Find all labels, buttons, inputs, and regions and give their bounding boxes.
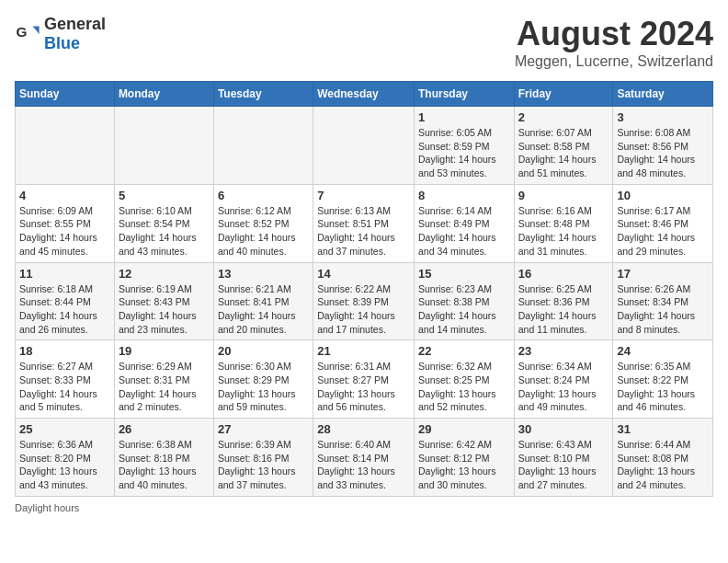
- calendar-cell: 18Sunrise: 6:27 AM Sunset: 8:33 PM Dayli…: [16, 340, 115, 419]
- day-info: Sunrise: 6:27 AM Sunset: 8:33 PM Dayligh…: [19, 360, 110, 414]
- calendar-cell: 26Sunrise: 6:38 AM Sunset: 8:18 PM Dayli…: [114, 419, 213, 497]
- day-number: 16: [518, 267, 609, 281]
- day-number: 10: [617, 189, 709, 202]
- day-info: Sunrise: 6:39 AM Sunset: 8:16 PM Dayligh…: [218, 438, 309, 492]
- col-header-sunday: Sunday: [16, 82, 115, 107]
- logo-text-general: General: [44, 15, 106, 33]
- day-number: 5: [119, 189, 210, 202]
- day-info: Sunrise: 6:40 AM Sunset: 8:14 PM Dayligh…: [317, 438, 410, 492]
- calendar-cell: 24Sunrise: 6:35 AM Sunset: 8:22 PM Dayli…: [613, 340, 713, 419]
- day-number: 25: [19, 422, 110, 436]
- calendar-cell: 29Sunrise: 6:42 AM Sunset: 8:12 PM Dayli…: [414, 419, 514, 497]
- day-number: 2: [518, 110, 609, 124]
- day-info: Sunrise: 6:08 AM Sunset: 8:56 PM Dayligh…: [617, 126, 709, 180]
- subtitle: Meggen, Lucerne, Switzerland: [515, 53, 713, 70]
- col-header-tuesday: Tuesday: [213, 82, 313, 107]
- day-info: Sunrise: 6:29 AM Sunset: 8:31 PM Dayligh…: [119, 360, 210, 414]
- calendar-cell: 12Sunrise: 6:19 AM Sunset: 8:43 PM Dayli…: [114, 262, 213, 340]
- calendar-cell: 16Sunrise: 6:25 AM Sunset: 8:36 PM Dayli…: [514, 262, 613, 340]
- calendar-week-5: 25Sunrise: 6:36 AM Sunset: 8:20 PM Dayli…: [16, 419, 713, 497]
- day-number: 17: [617, 267, 709, 281]
- day-number: 20: [218, 344, 309, 358]
- day-info: Sunrise: 6:21 AM Sunset: 8:41 PM Dayligh…: [218, 282, 309, 337]
- calendar-cell: 21Sunrise: 6:31 AM Sunset: 8:27 PM Dayli…: [313, 340, 415, 419]
- col-header-friday: Friday: [514, 82, 613, 107]
- day-number: 12: [119, 267, 210, 281]
- day-number: 14: [317, 267, 410, 281]
- calendar-cell: 17Sunrise: 6:26 AM Sunset: 8:34 PM Dayli…: [613, 262, 713, 340]
- header: G General Blue August 2024 Meggen, Lucer…: [15, 15, 713, 70]
- svg-marker-1: [33, 27, 40, 34]
- day-number: 29: [418, 422, 510, 436]
- day-info: Sunrise: 6:17 AM Sunset: 8:46 PM Dayligh…: [617, 204, 709, 259]
- col-header-thursday: Thursday: [414, 82, 514, 107]
- calendar-cell: 3Sunrise: 6:08 AM Sunset: 8:56 PM Daylig…: [613, 107, 713, 185]
- calendar-cell: [313, 107, 415, 185]
- calendar-week-2: 4Sunrise: 6:09 AM Sunset: 8:55 PM Daylig…: [16, 184, 713, 262]
- day-number: 23: [518, 344, 609, 358]
- day-info: Sunrise: 6:42 AM Sunset: 8:12 PM Dayligh…: [418, 438, 510, 492]
- day-number: 6: [218, 189, 309, 202]
- day-number: 3: [617, 110, 709, 124]
- day-info: Sunrise: 6:31 AM Sunset: 8:27 PM Dayligh…: [317, 360, 410, 414]
- day-info: Sunrise: 6:19 AM Sunset: 8:43 PM Dayligh…: [119, 282, 210, 337]
- day-number: 15: [418, 267, 510, 281]
- title-area: August 2024 Meggen, Lucerne, Switzerland: [515, 15, 713, 70]
- calendar-cell: 1Sunrise: 6:05 AM Sunset: 8:59 PM Daylig…: [414, 107, 514, 185]
- calendar-cell: 19Sunrise: 6:29 AM Sunset: 8:31 PM Dayli…: [114, 340, 213, 419]
- main-title: August 2024: [515, 15, 713, 53]
- calendar-cell: 2Sunrise: 6:07 AM Sunset: 8:58 PM Daylig…: [514, 107, 613, 185]
- logo-text-blue: Blue: [44, 34, 80, 52]
- calendar-week-3: 11Sunrise: 6:18 AM Sunset: 8:44 PM Dayli…: [16, 262, 713, 340]
- day-info: Sunrise: 6:25 AM Sunset: 8:36 PM Dayligh…: [518, 282, 609, 337]
- day-number: 26: [119, 422, 210, 436]
- calendar-cell: 13Sunrise: 6:21 AM Sunset: 8:41 PM Dayli…: [213, 262, 313, 340]
- calendar-cell: 10Sunrise: 6:17 AM Sunset: 8:46 PM Dayli…: [613, 184, 713, 262]
- day-info: Sunrise: 6:30 AM Sunset: 8:29 PM Dayligh…: [218, 360, 309, 414]
- day-number: 21: [317, 344, 410, 358]
- day-number: 7: [317, 189, 410, 202]
- col-header-saturday: Saturday: [613, 82, 713, 107]
- day-number: 4: [19, 189, 110, 202]
- day-info: Sunrise: 6:22 AM Sunset: 8:39 PM Dayligh…: [317, 282, 410, 337]
- calendar-cell: 25Sunrise: 6:36 AM Sunset: 8:20 PM Dayli…: [16, 419, 115, 497]
- day-info: Sunrise: 6:05 AM Sunset: 8:59 PM Dayligh…: [418, 126, 510, 180]
- day-number: 13: [218, 267, 309, 281]
- calendar-cell: 7Sunrise: 6:13 AM Sunset: 8:51 PM Daylig…: [313, 184, 415, 262]
- day-info: Sunrise: 6:18 AM Sunset: 8:44 PM Dayligh…: [19, 282, 110, 337]
- logo: G General Blue: [15, 15, 106, 53]
- calendar-cell: 31Sunrise: 6:44 AM Sunset: 8:08 PM Dayli…: [613, 419, 713, 497]
- calendar-cell: 23Sunrise: 6:34 AM Sunset: 8:24 PM Dayli…: [514, 340, 613, 419]
- day-number: 8: [418, 189, 510, 202]
- col-header-monday: Monday: [114, 82, 213, 107]
- day-info: Sunrise: 6:10 AM Sunset: 8:54 PM Dayligh…: [119, 204, 210, 259]
- day-number: 24: [617, 344, 709, 358]
- day-info: Sunrise: 6:23 AM Sunset: 8:38 PM Dayligh…: [418, 282, 510, 337]
- calendar-cell: 4Sunrise: 6:09 AM Sunset: 8:55 PM Daylig…: [16, 184, 115, 262]
- day-info: Sunrise: 6:36 AM Sunset: 8:20 PM Dayligh…: [19, 438, 110, 492]
- calendar-cell: 14Sunrise: 6:22 AM Sunset: 8:39 PM Dayli…: [313, 262, 415, 340]
- calendar-cell: [16, 107, 115, 185]
- col-header-wednesday: Wednesday: [313, 82, 415, 107]
- calendar-table: SundayMondayTuesdayWednesdayThursdayFrid…: [15, 81, 713, 497]
- calendar-header-row: SundayMondayTuesdayWednesdayThursdayFrid…: [16, 82, 713, 107]
- day-info: Sunrise: 6:44 AM Sunset: 8:08 PM Dayligh…: [617, 438, 709, 492]
- calendar-cell: [213, 107, 313, 185]
- day-info: Sunrise: 6:12 AM Sunset: 8:52 PM Dayligh…: [218, 204, 309, 259]
- day-info: Sunrise: 6:43 AM Sunset: 8:10 PM Dayligh…: [518, 438, 609, 492]
- logo-icon: G: [15, 21, 40, 47]
- calendar-cell: 11Sunrise: 6:18 AM Sunset: 8:44 PM Dayli…: [16, 262, 115, 340]
- day-number: 9: [518, 189, 609, 202]
- calendar-cell: 5Sunrise: 6:10 AM Sunset: 8:54 PM Daylig…: [114, 184, 213, 262]
- day-info: Sunrise: 6:13 AM Sunset: 8:51 PM Dayligh…: [317, 204, 410, 259]
- calendar-cell: 27Sunrise: 6:39 AM Sunset: 8:16 PM Dayli…: [213, 419, 313, 497]
- calendar-cell: 28Sunrise: 6:40 AM Sunset: 8:14 PM Dayli…: [313, 419, 415, 497]
- day-info: Sunrise: 6:34 AM Sunset: 8:24 PM Dayligh…: [518, 360, 609, 414]
- day-number: 28: [317, 422, 410, 436]
- day-info: Sunrise: 6:38 AM Sunset: 8:18 PM Dayligh…: [119, 438, 210, 492]
- day-number: 11: [19, 267, 110, 281]
- day-number: 27: [218, 422, 309, 436]
- calendar-cell: 15Sunrise: 6:23 AM Sunset: 8:38 PM Dayli…: [414, 262, 514, 340]
- day-number: 22: [418, 344, 510, 358]
- day-info: Sunrise: 6:32 AM Sunset: 8:25 PM Dayligh…: [418, 360, 510, 414]
